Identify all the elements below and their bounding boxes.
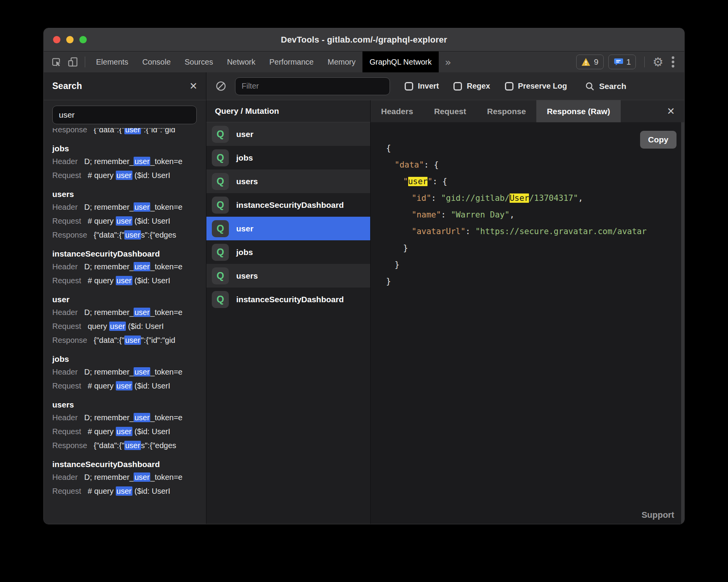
search-result-line-request[interactable]: Request# query user ($id: UserI [52,425,206,438]
result-text: # query [88,487,116,495]
json-token: { [386,144,391,153]
zoom-window-button[interactable] [79,36,87,43]
search-result-line-header[interactable]: HeaderD; remember_user_token=e [52,365,206,379]
more-tabs-chevron[interactable]: » [439,56,458,68]
result-text: # query [88,427,116,436]
result-text: _token=e [150,473,182,481]
detail-tab-response[interactable]: Response [477,100,536,122]
query-row-users[interactable]: Qusers [206,169,370,193]
query-row-user[interactable]: Quser [206,122,370,146]
toolbar-right: 9 1 ⚙ [576,54,684,70]
search-result-line-request[interactable]: Request# query user ($id: UserI [52,484,206,498]
filter-checkboxes: InvertRegexPreserve Log [390,82,567,91]
checkbox-regex[interactable]: Regex [453,82,490,91]
search-panel-header: Search ✕ [44,72,206,100]
checkbox-preserve-log[interactable]: Preserve Log [505,82,567,91]
settings-gear-icon[interactable]: ⚙ [652,55,663,69]
query-row-label: user [236,130,253,139]
search-result-line-request[interactable]: Request# query user ($id: UserI [52,168,206,182]
tab-performance[interactable]: Performance [263,51,321,72]
json-token: " [428,177,433,186]
result-text: ":{"id":"gid [141,336,175,344]
device-toolbar-icon[interactable] [65,54,81,70]
json-token: "avatarUrl" [412,227,465,236]
tab-graphql-network[interactable]: GraphQL Network [362,51,438,72]
detail-tab-request[interactable]: Request [424,100,477,122]
search-result-line-request[interactable]: Request# query user ($id: UserI [52,379,206,393]
search-result-group-title: jobs [52,353,206,365]
search-result-line-header[interactable]: HeaderD; remember_user_token=e [52,470,206,484]
search-result-line-response[interactable]: Response{"data":{"users":{"edges [52,438,206,452]
query-row-users[interactable]: Qusers [206,264,370,288]
checkbox-box-invert[interactable] [405,82,413,91]
tab-console[interactable]: Console [135,51,177,72]
json-line: "id": "gid://gitlab/User/13704317", [386,190,679,207]
match-highlight: user [124,230,141,240]
checkbox-label-preserve-log: Preserve Log [518,82,567,91]
search-result-line-header[interactable]: HeaderD; remember_user_token=e [52,305,206,319]
json-line: } [386,273,679,290]
search-result-line-request[interactable]: Requestquery user ($id: UserI [52,319,206,333]
close-detail-icon[interactable]: ✕ [667,106,684,117]
query-row-jobs[interactable]: Qjobs [206,146,370,169]
search-result-line-response[interactable]: Response{"data":{"user":{"id":"gid [52,128,206,137]
close-window-button[interactable] [53,36,60,43]
copy-button[interactable]: Copy [640,131,677,149]
messages-badge[interactable]: 1 [608,55,636,69]
tab-memory[interactable]: Memory [321,51,362,72]
search-button[interactable]: Search [585,81,626,91]
search-button-label: Search [599,82,626,91]
tab-sources[interactable]: Sources [178,51,220,72]
checkbox-box-regex[interactable] [453,82,462,91]
match-highlight: user [134,262,150,271]
search-result-group-title: user [52,294,206,305]
inspect-element-icon[interactable] [48,54,65,70]
search-panel-title: Search [52,81,189,91]
search-result-line-request[interactable]: Request# query user ($id: UserI [52,274,206,288]
search-result-line-response[interactable]: Response{"data":{"user":{"id":"gid [52,333,206,347]
detail-tab-response-raw[interactable]: Response (Raw) [536,100,620,122]
search-result-line-header[interactable]: HeaderD; remember_user_token=e [52,411,206,425]
issues-warning-badge[interactable]: 9 [576,55,604,69]
result-line-label: Response [52,231,87,239]
search-result-line-header[interactable]: HeaderD; remember_user_token=e [52,200,206,214]
detail-tab-strip: HeadersRequestResponseResponse (Raw) [371,100,621,122]
result-text: D; remember_ [84,413,134,422]
json-line: } [386,257,679,273]
devtools-toolbar: ElementsConsoleSourcesNetworkPerformance… [44,51,684,72]
json-line: "avatarUrl": "https://secure.gravatar.co… [386,223,679,240]
query-row-instancesecuritydashboard[interactable]: QinstanceSecurityDashboard [206,193,370,217]
minimize-window-button[interactable] [66,36,74,43]
support-link[interactable]: Support [642,510,674,520]
search-result-group-jobs: jobsHeaderD; remember_user_token=eReques… [52,143,206,182]
result-line-label: Header [52,157,78,166]
query-type-icon: Q [212,267,229,284]
json-token: , [510,210,515,219]
tab-elements[interactable]: Elements [89,51,135,72]
search-result-line-request[interactable]: Request# query user ($id: UserI [52,214,206,228]
kebab-menu-icon[interactable] [667,54,679,70]
search-result-line-header[interactable]: HeaderD; remember_user_token=e [52,260,206,274]
search-result-line-header[interactable]: HeaderD; remember_user_token=e [52,154,206,168]
checkbox-invert[interactable]: Invert [405,82,439,91]
search-result-line-response[interactable]: Response{"data":{"users":{"edges [52,228,206,242]
query-row-instancesecuritydashboard[interactable]: QinstanceSecurityDashboard [206,288,370,311]
query-row-jobs[interactable]: Qjobs [206,240,370,264]
detail-panel: HeadersRequestResponseResponse (Raw) ✕ C… [371,100,684,524]
close-search-panel-icon[interactable]: ✕ [189,80,197,92]
query-row-user[interactable]: Quser [206,217,370,240]
search-input[interactable] [52,106,197,124]
search-result-group-title: users [52,188,206,200]
vertical-scrollbar[interactable] [681,122,684,524]
detail-tabs: HeadersRequestResponseResponse (Raw) ✕ [371,100,684,122]
json-token: : { [424,160,439,169]
result-text: D; remember_ [84,368,134,376]
tab-network[interactable]: Network [220,51,262,72]
detail-tab-headers[interactable]: Headers [371,100,424,122]
checkbox-box-preserve-log[interactable] [505,82,513,91]
search-input-wrap [44,100,206,128]
result-line-label: Header [52,413,78,422]
clear-block-icon[interactable] [213,78,229,94]
filter-input[interactable] [235,77,390,95]
checkbox-label-invert: Invert [418,82,439,91]
